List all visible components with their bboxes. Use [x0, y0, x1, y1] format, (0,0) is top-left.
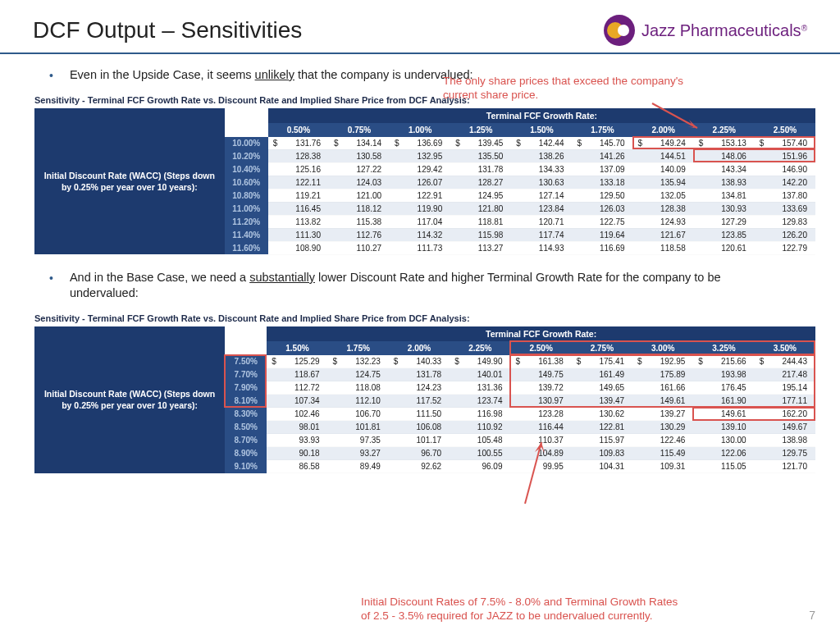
cell: 161.49	[572, 368, 632, 381]
cell: 130.93	[694, 202, 755, 215]
cell: $132.23	[328, 355, 389, 368]
cell: 139.10	[693, 421, 754, 434]
cell: 119.21	[268, 189, 329, 202]
cell: 146.90	[755, 162, 815, 176]
cell: 130.00	[693, 434, 754, 447]
cell: 177.11	[755, 395, 815, 408]
cell: 149.67	[755, 421, 815, 434]
cell: 120.61	[694, 241, 755, 254]
row-header: 7.90%	[225, 381, 267, 395]
cell: 138.26	[511, 149, 572, 162]
cell: 138.98	[755, 434, 815, 447]
cell: 128.38	[268, 149, 329, 162]
cell: 130.58	[329, 149, 390, 162]
col-header: 1.50%	[511, 123, 572, 137]
cell: 119.90	[390, 202, 450, 215]
cell: 90.18	[267, 447, 327, 460]
col-header: 1.50%	[267, 341, 327, 355]
row-header: 8.30%	[225, 408, 267, 421]
cell: 122.06	[693, 447, 754, 460]
cell: $149.24	[633, 137, 694, 150]
cell: 96.09	[450, 460, 510, 473]
cell: 99.95	[510, 460, 571, 473]
page-number: 7	[809, 609, 815, 622]
cell: 113.82	[268, 215, 329, 228]
cell: 119.64	[572, 228, 632, 241]
row-header: 10.20%	[225, 149, 268, 162]
cell: 120.71	[511, 215, 572, 228]
cell: 112.72	[267, 381, 327, 395]
cell: 114.93	[511, 241, 572, 254]
cell: 102.46	[267, 408, 327, 421]
cell: $153.13	[694, 137, 755, 150]
cell: 115.97	[572, 434, 632, 447]
brand-name: Jazz Pharmaceuticals	[641, 21, 801, 39]
cell: 115.49	[632, 447, 693, 460]
cell: 117.04	[390, 215, 450, 228]
cell: 111.73	[390, 241, 450, 254]
cell: 138.93	[694, 176, 755, 189]
cell: 148.06	[694, 149, 755, 162]
bullet-2-text: And in the Base Case, we need a substant…	[70, 270, 791, 302]
cell: 93.27	[328, 447, 389, 460]
row-header: 10.40%	[225, 162, 268, 176]
cell: 115.98	[450, 228, 511, 241]
slide-header: DCF Output – Sensitivities Jazz Pharmace…	[0, 0, 840, 52]
cell: 140.09	[633, 162, 694, 176]
cell: 130.62	[572, 408, 632, 421]
cell: 86.58	[267, 460, 327, 473]
annotation-1: The only share prices that exceed the co…	[443, 74, 689, 103]
row-header: 11.20%	[225, 215, 268, 228]
row-header: 8.90%	[225, 447, 267, 460]
col-header: 2.00%	[633, 123, 694, 137]
cell: 132.05	[633, 189, 694, 202]
cell: $145.70	[572, 137, 632, 150]
col-header: 1.75%	[572, 123, 632, 137]
cell: 135.94	[633, 176, 694, 189]
cell: 109.31	[632, 460, 693, 473]
cell: 142.20	[755, 176, 815, 189]
annotation-2: Initial Discount Rates of 7.5% - 8.0% an…	[361, 595, 689, 623]
cell: 101.81	[328, 421, 389, 434]
page-title: DCF Output – Sensitivities	[33, 17, 302, 43]
cell: 98.01	[267, 421, 327, 434]
cell: 115.05	[693, 460, 754, 473]
cell: 97.35	[328, 434, 389, 447]
cell: 93.93	[267, 434, 327, 447]
cell: 89.49	[328, 460, 389, 473]
cell: 161.66	[632, 381, 693, 395]
cell: 133.69	[755, 202, 815, 215]
cell: 121.67	[633, 228, 694, 241]
cell: 127.22	[329, 162, 390, 176]
cell: 161.90	[693, 395, 754, 408]
col-header: 2.75%	[572, 341, 632, 355]
cell: 133.18	[572, 176, 632, 189]
col-header: 3.25%	[693, 341, 754, 355]
col-group-header: Terminal FCF Growth Rate:	[267, 326, 815, 341]
cell: 104.31	[572, 460, 632, 473]
cell: 129.75	[755, 447, 815, 460]
cell: 112.76	[329, 228, 390, 241]
row-header: 7.70%	[225, 368, 267, 381]
cell: 140.01	[450, 368, 510, 381]
cell: 126.20	[755, 228, 815, 241]
cell: 118.81	[450, 215, 511, 228]
row-header: 10.60%	[225, 176, 268, 189]
cell: $192.95	[632, 355, 693, 368]
cell: 128.38	[633, 202, 694, 215]
cell: 129.50	[572, 189, 632, 202]
row-header: 11.40%	[225, 228, 268, 241]
col-header: 1.75%	[328, 341, 389, 355]
cell: 149.75	[510, 368, 571, 381]
col-group-header: Terminal FCF Growth Rate:	[268, 108, 815, 123]
cell: 108.90	[268, 241, 329, 254]
cell: $131.76	[268, 137, 329, 150]
col-header: 0.50%	[268, 123, 329, 137]
cell: 135.50	[450, 149, 511, 162]
cell: 118.08	[328, 381, 389, 395]
registered-mark: ®	[801, 23, 807, 32]
bullet-1-text: Even in the Upside Case, it seems unlike…	[70, 67, 473, 84]
cell: 126.03	[572, 202, 632, 215]
cell: 124.93	[633, 215, 694, 228]
cell: $215.66	[693, 355, 754, 368]
